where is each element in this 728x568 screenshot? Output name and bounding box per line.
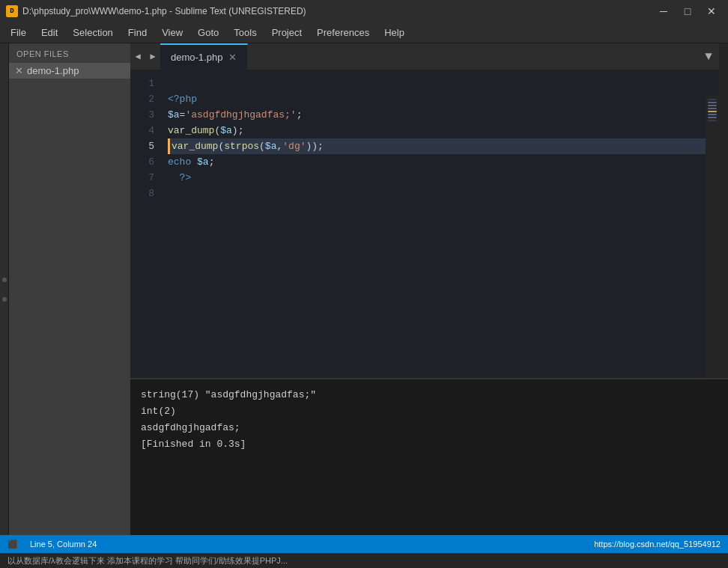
status-bar: ⬛ Line 5, Column 24 https://blog.csdn.ne… (0, 535, 728, 553)
code-line-7: ?> (168, 170, 719, 186)
menu-item-view[interactable]: View (154, 24, 190, 41)
minimap-line (708, 102, 717, 103)
menu-item-tools[interactable]: Tools (226, 24, 264, 41)
minimap-line (708, 114, 717, 115)
minimap-line (708, 99, 717, 100)
editor-area: ◀ ▶ demo-1.php ✕ ▼ 1 2 3 (130, 43, 719, 378)
minimap-line (708, 108, 717, 109)
minimap-lines (708, 99, 717, 121)
menu-item-project[interactable]: Project (264, 24, 309, 41)
sidebar: OPEN FILES ✕ demo-1.php (9, 43, 130, 535)
close-button[interactable]: ✕ (701, 4, 722, 19)
line-numbers: 1 2 3 4 5 6 7 8 (130, 70, 162, 378)
editor-row: ◀ ▶ demo-1.php ✕ ▼ 1 2 3 (130, 43, 728, 378)
edge-dot (2, 278, 7, 282)
title-bar: D D:\phpstudy_pro\WWW\demo-1.php - Subli… (0, 0, 728, 22)
bottom-info: 以从数据库/λ教会逻辑下来 添加本课程的学习 帮助同学们/助练效果提PHPJ..… (7, 555, 288, 567)
main-area: OPEN FILES ✕ demo-1.php ◀ ▶ demo-1.php ✕ (0, 43, 728, 535)
status-left: ⬛ Line 5, Column 24 (7, 540, 97, 549)
menu-item-preferences[interactable]: Preferences (309, 24, 377, 41)
menu-item-edit[interactable]: Edit (34, 24, 65, 41)
maximize-button[interactable]: □ (677, 4, 698, 19)
minimap-line-highlight (708, 111, 717, 112)
editor-tab[interactable]: demo-1.php ✕ (160, 43, 248, 70)
output-line-1: string(17) "asdgfdhgjhgadfas;" (141, 387, 718, 403)
line-num-1: 1 (130, 76, 154, 91)
line-num-6: 6 (130, 154, 154, 170)
status-position: Line 5, Column 24 (30, 540, 97, 549)
line-num-8: 8 (130, 186, 154, 201)
tab-dropdown-button[interactable]: ▼ (698, 43, 719, 70)
bottom-bar: 以从数据库/λ教会逻辑下来 添加本课程的学习 帮助同学们/助练效果提PHPJ..… (0, 553, 728, 568)
code-line-5: var_dump(strpos($a,'dg')); (168, 138, 719, 154)
tab-nav-right[interactable]: ▶ (145, 43, 160, 70)
left-edge (0, 43, 9, 535)
line-num-5: 5 (130, 138, 154, 154)
editor-with-output: ◀ ▶ demo-1.php ✕ ▼ 1 2 3 (130, 43, 728, 535)
menu-item-goto[interactable]: Goto (190, 24, 226, 41)
minimap-line (708, 117, 717, 118)
sidebar-file-close-icon[interactable]: ✕ (15, 65, 23, 76)
line-num-2: 2 (130, 91, 154, 107)
edge-dot (2, 297, 7, 302)
output-panel: string(17) "asdgfdhgjhgadfas;" int(2) as… (130, 378, 728, 535)
tab-bar: ◀ ▶ demo-1.php ✕ ▼ (130, 43, 719, 70)
right-scroll (719, 43, 728, 378)
sidebar-header: OPEN FILES (9, 43, 130, 63)
status-link[interactable]: https://blog.csdn.net/qq_51954912 (594, 540, 721, 549)
code-content[interactable]: <?php $a='asdgfdhgjhgadfas;'; var_dump($… (162, 70, 719, 378)
menu-item-selection[interactable]: Selection (65, 24, 120, 41)
minimap (706, 96, 719, 378)
code-line-2: <?php (168, 91, 719, 107)
code-line-6: echo $a; (168, 154, 719, 170)
sidebar-file-item[interactable]: ✕ demo-1.php (9, 63, 130, 79)
menu-item-file[interactable]: File (3, 24, 34, 41)
tab-close-icon[interactable]: ✕ (228, 52, 237, 63)
title-left: D D:\phpstudy_pro\WWW\demo-1.php - Subli… (6, 5, 306, 17)
menu-bar: FileEditSelectionFindViewGotoToolsProjec… (0, 22, 728, 43)
line-num-7: 7 (130, 170, 154, 186)
tab-nav-left[interactable]: ◀ (130, 43, 145, 70)
tab-filename: demo-1.php (171, 52, 222, 63)
code-line-3: $a='asdgfdhgjhgadfas;'; (168, 107, 719, 123)
output-line-4: [Finished in 0.3s] (141, 436, 718, 453)
status-icon: ⬛ (7, 540, 18, 549)
code-line-8 (168, 186, 719, 201)
minimize-button[interactable]: ─ (653, 4, 674, 19)
sidebar-file-name: demo-1.php (27, 65, 79, 76)
menu-item-find[interactable]: Find (121, 24, 154, 41)
window-title: D:\phpstudy_pro\WWW\demo-1.php - Sublime… (22, 6, 306, 16)
line-num-4: 4 (130, 123, 154, 138)
minimap-line (708, 105, 717, 106)
output-line-2: int(2) (141, 403, 718, 420)
code-line-4: var_dump($a); (168, 123, 719, 138)
output-line-3: asdgfdhgjhgadfas; (141, 420, 718, 436)
line-num-3: 3 (130, 107, 154, 123)
menu-item-help[interactable]: Help (377, 24, 412, 41)
status-right: https://blog.csdn.net/qq_51954912 (594, 540, 721, 549)
title-controls: ─ □ ✕ (653, 4, 722, 19)
code-line-1 (168, 76, 719, 91)
minimap-line (708, 120, 717, 121)
content-wrap: ◀ ▶ demo-1.php ✕ ▼ 1 2 3 (130, 43, 728, 535)
code-area: 1 2 3 4 5 6 7 8 <?php $a='asdgfd (130, 70, 719, 378)
app-icon: D (6, 5, 18, 17)
